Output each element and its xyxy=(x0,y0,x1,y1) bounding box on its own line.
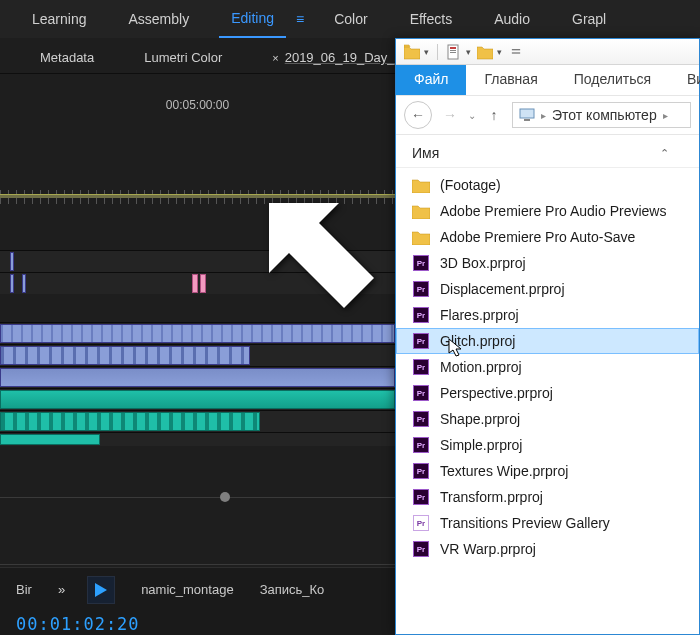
file-name: Simple.prproj xyxy=(440,437,522,453)
breadcrumb[interactable]: ▸ Этот компьютер ▸ xyxy=(512,102,691,128)
chevron-right-icon[interactable]: ▸ xyxy=(541,110,546,121)
tab-learning[interactable]: Learning xyxy=(20,1,99,37)
panel-tab-metadata[interactable]: Metadata xyxy=(30,44,104,73)
tab-editing[interactable]: Editing xyxy=(219,0,286,38)
file-item[interactable]: Glitch.prproj xyxy=(396,328,699,354)
svg-rect-2 xyxy=(450,50,456,51)
svg-rect-3 xyxy=(450,52,456,53)
file-item[interactable]: Perspective.prproj xyxy=(396,380,699,406)
file-item[interactable]: VR Warp.prproj xyxy=(396,536,699,562)
folder-icon xyxy=(412,228,430,246)
close-icon[interactable]: × xyxy=(272,52,278,64)
file-list[interactable]: (Footage)Adobe Premiere Pro Audio Previe… xyxy=(396,168,699,566)
svg-rect-1 xyxy=(450,47,456,49)
file-item[interactable]: Shape.prproj xyxy=(396,406,699,432)
ribbon-tab-home[interactable]: Главная xyxy=(466,65,555,95)
timeline-scrollbar[interactable] xyxy=(0,497,395,498)
file-item[interactable]: Textures Wipe.prproj xyxy=(396,458,699,484)
prproj-file-icon xyxy=(412,358,430,376)
file-name: Transitions Preview Gallery xyxy=(440,515,610,531)
prproj-file-icon xyxy=(412,306,430,324)
expand-icon[interactable]: » xyxy=(58,582,65,597)
ribbon-tab-file[interactable]: Файл xyxy=(396,65,466,95)
source-monitor-bar: Bir » namic_montage Запись_Ко 00:01:02:2… xyxy=(0,567,395,635)
breadcrumb-item[interactable]: Этот компьютер xyxy=(552,107,657,123)
clip-name-1[interactable]: namic_montage xyxy=(141,582,234,597)
nav-back-button[interactable]: ← xyxy=(404,101,432,129)
panel-tab-sequence[interactable]: × 2019_06_19_Day_s xyxy=(262,44,411,73)
column-header-name[interactable]: Имя xyxy=(412,145,439,161)
tab-effects[interactable]: Effects xyxy=(398,1,465,37)
tab-assembly[interactable]: Assembly xyxy=(117,1,202,37)
chevron-down-icon[interactable]: ⌄ xyxy=(468,110,476,121)
folder-icon xyxy=(412,202,430,220)
explorer-titlebar[interactable]: ▾ ▾ ▾ ＝ xyxy=(396,39,699,65)
bin-label[interactable]: Bir xyxy=(16,582,32,597)
prproj-file-icon xyxy=(412,514,430,532)
explorer-ribbon: Файл Главная Поделиться Вид xyxy=(396,65,699,95)
prproj-file-icon xyxy=(412,384,430,402)
file-name: Shape.prproj xyxy=(440,411,520,427)
file-item[interactable]: 3D Box.prproj xyxy=(396,250,699,276)
file-item[interactable]: Transform.prproj xyxy=(396,484,699,510)
prproj-file-icon xyxy=(412,436,430,454)
timeline-panel[interactable]: 00:05:00:00 xyxy=(0,74,395,635)
file-name: Flares.prproj xyxy=(440,307,519,323)
chevron-down-icon[interactable]: ▾ xyxy=(466,47,471,57)
file-name: Motion.prproj xyxy=(440,359,522,375)
workspace-tabs: Learning Assembly Editing ≡ Color Effect… xyxy=(0,0,700,38)
properties-icon[interactable] xyxy=(446,44,462,60)
file-item[interactable]: Motion.prproj xyxy=(396,354,699,380)
overflow-icon[interactable]: ＝ xyxy=(508,41,524,62)
file-name: Adobe Premiere Pro Audio Previews xyxy=(440,203,666,219)
nav-forward-button[interactable]: → xyxy=(436,101,464,129)
folder-icon xyxy=(404,44,420,60)
folder-item[interactable]: Adobe Premiere Pro Audio Previews xyxy=(396,198,699,224)
file-name: Glitch.prproj xyxy=(440,333,515,349)
computer-icon xyxy=(519,108,535,122)
scroll-thumb-icon[interactable] xyxy=(220,492,230,502)
tab-color[interactable]: Color xyxy=(322,1,379,37)
column-header-row[interactable]: Имя ⌃ xyxy=(396,135,699,168)
hamburger-icon[interactable]: ≡ xyxy=(296,11,304,27)
prproj-file-icon xyxy=(412,462,430,480)
file-name: Perspective.prproj xyxy=(440,385,553,401)
folder-item[interactable]: Adobe Premiere Pro Auto-Save xyxy=(396,224,699,250)
file-name: Displacement.prproj xyxy=(440,281,565,297)
prproj-file-icon xyxy=(412,254,430,272)
chevron-down-icon[interactable]: ▾ xyxy=(424,47,429,57)
chevron-down-icon[interactable]: ▾ xyxy=(497,47,502,57)
nav-up-button[interactable]: ↑ xyxy=(480,101,508,129)
prproj-file-icon xyxy=(412,488,430,506)
sort-ascending-icon[interactable]: ⌃ xyxy=(660,147,669,160)
ribbon-tab-share[interactable]: Поделиться xyxy=(556,65,669,95)
folder-item[interactable]: (Footage) xyxy=(396,172,699,198)
file-item[interactable]: Transitions Preview Gallery xyxy=(396,510,699,536)
folder-icon[interactable] xyxy=(477,44,493,60)
file-name: VR Warp.prproj xyxy=(440,541,536,557)
marker-strip xyxy=(0,194,395,198)
prproj-file-icon xyxy=(412,410,430,428)
prproj-file-icon xyxy=(412,332,430,350)
clip-name-2[interactable]: Запись_Ко xyxy=(260,582,325,597)
explorer-nav: ← → ⌄ ↑ ▸ Этот компьютер ▸ xyxy=(396,95,699,135)
ribbon-tab-view[interactable]: Вид xyxy=(669,65,700,95)
prproj-file-icon xyxy=(412,540,430,558)
file-name: 3D Box.prproj xyxy=(440,255,526,271)
file-name: (Footage) xyxy=(440,177,501,193)
play-button[interactable] xyxy=(87,576,115,604)
file-item[interactable]: Flares.prproj xyxy=(396,302,699,328)
file-explorer-window: ▾ ▾ ▾ ＝ Файл Главная Поделиться Вид ← → … xyxy=(395,38,700,635)
tab-graphics[interactable]: Grapl xyxy=(560,1,618,37)
svg-rect-5 xyxy=(524,119,530,121)
prproj-file-icon xyxy=(412,280,430,298)
file-item[interactable]: Displacement.prproj xyxy=(396,276,699,302)
time-ruler: 00:05:00:00 xyxy=(0,74,395,116)
folder-icon xyxy=(412,176,430,194)
panel-tab-lumetri[interactable]: Lumetri Color xyxy=(134,44,232,73)
tab-audio[interactable]: Audio xyxy=(482,1,542,37)
file-item[interactable]: Simple.prproj xyxy=(396,432,699,458)
timecode[interactable]: 00:01:02:20 xyxy=(0,610,395,634)
chevron-right-icon[interactable]: ▸ xyxy=(663,110,668,121)
file-name: Transform.prproj xyxy=(440,489,543,505)
